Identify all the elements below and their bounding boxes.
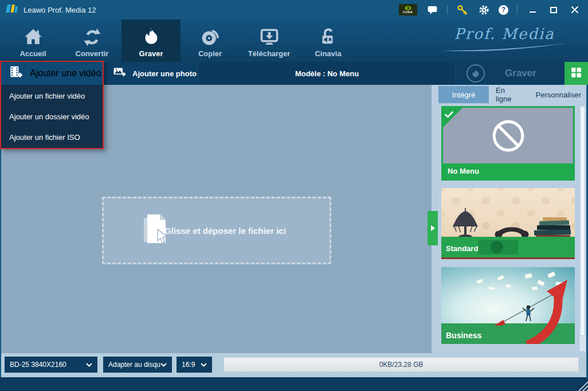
- template-card-business[interactable]: Business: [441, 267, 575, 344]
- panel-scrollbar[interactable]: [579, 105, 586, 352]
- close-button[interactable]: [569, 3, 581, 16]
- template-card-standard[interactable]: Standard: [441, 188, 575, 259]
- template-name: No Menu: [443, 163, 573, 179]
- download-icon: [258, 24, 280, 48]
- capacity-progressbar: 0KB/23.28 GB: [224, 357, 579, 372]
- add-photo-label: Ajouter une photo: [132, 69, 197, 78]
- add-photo-button[interactable]: Ajouter une photo: [103, 62, 198, 85]
- add-photo-icon: [112, 65, 127, 81]
- fit-to-disc-dropdown[interactable]: Adapter au disqu: [103, 357, 172, 373]
- burn-flame-icon: [141, 24, 162, 48]
- titlebar-separator: [517, 5, 518, 14]
- settings-gear-icon[interactable]: [477, 3, 490, 16]
- nav-tab-telecharger[interactable]: Télécharger: [240, 19, 299, 62]
- nav-tab-label: Télécharger: [248, 49, 291, 58]
- disc-format-value: BD-25 3840X2160: [10, 361, 66, 369]
- nav-tab-copier[interactable]: Copier: [181, 19, 240, 62]
- maximize-button[interactable]: [547, 3, 560, 16]
- burn-flame-circle-icon: [467, 64, 485, 83]
- menu-item-add-iso-file[interactable]: Ajouter un fichier ISO: [1, 127, 103, 148]
- add-video-button[interactable]: Ajouter une vidéo: [1, 62, 103, 85]
- aspect-ratio-value: 16:9: [182, 361, 195, 369]
- chevron-down-icon: [86, 363, 92, 367]
- brand-swoosh: [438, 42, 570, 53]
- add-video-label: Ajouter une vidéo: [30, 68, 101, 79]
- tab-en-ligne[interactable]: En ligne: [489, 86, 529, 103]
- statusbar: [0, 377, 588, 391]
- disc-format-dropdown[interactable]: BD-25 3840X2160: [5, 357, 97, 373]
- grid-icon: [571, 67, 582, 80]
- nav-tab-label: Convertir: [76, 49, 109, 58]
- camera-lens-silhouette: [491, 241, 503, 253]
- home-icon: [22, 24, 44, 48]
- nav-tab-label: Copier: [198, 49, 222, 58]
- capacity-text: 0KB/23.28 GB: [379, 361, 424, 369]
- nav-tab-convertir[interactable]: Convertir: [62, 19, 121, 62]
- template-name: Business: [446, 331, 481, 340]
- nav-tab-label: Graver: [139, 49, 163, 58]
- burn-button-label: Graver: [485, 68, 565, 79]
- chevron-down-icon: [160, 363, 167, 367]
- no-menu-preview: [443, 108, 573, 163]
- app-logo-icon: [6, 3, 18, 16]
- nav-tab-accueil[interactable]: Accueil: [3, 19, 62, 62]
- template-panel-tabs: Intégré En ligne Personnaliser: [432, 86, 588, 103]
- template-name: Standard: [446, 244, 478, 253]
- brand-text: Prof. Media: [436, 25, 573, 42]
- menu-item-add-video-file[interactable]: Ajouter un fichier vidéo: [1, 86, 103, 107]
- template-card-no-menu[interactable]: No Menu: [441, 106, 575, 181]
- register-key-icon[interactable]: [456, 3, 469, 16]
- menu-item-add-video-folder[interactable]: Ajouter un dossier vidéo: [1, 107, 103, 127]
- resize-grip[interactable]: [578, 381, 588, 391]
- no-symbol-icon: [491, 119, 526, 153]
- window-title: Leawo Prof. Media 12: [23, 6, 96, 14]
- chevron-right-icon: [431, 225, 435, 231]
- drop-file-cursor-icon: [140, 213, 173, 251]
- add-video-dropdown-menu: Ajouter un fichier vidéo Ajouter un doss…: [1, 85, 103, 148]
- cinavia-unlock-icon: [318, 24, 339, 48]
- bottom-settings-bar: BD-25 3840X2160 Adapter au disqu 16:9 0K…: [0, 353, 588, 377]
- main-nav: Accueil Convertir Graver Copier Téléchar…: [0, 19, 588, 62]
- brand-logo: Prof. Media: [436, 25, 573, 55]
- scrollbar-thumb[interactable]: [580, 107, 585, 336]
- template-panel: Intégré En ligne Personnaliser No Menu: [432, 85, 588, 353]
- nav-tab-cinavia[interactable]: Cinavia: [299, 19, 358, 62]
- help-icon[interactable]: ?: [499, 5, 508, 15]
- app-window: Leawo Prof. Media 12 CUDA ?: [0, 0, 588, 391]
- nav-tab-label: Accueil: [19, 49, 46, 58]
- template-status-label: Modèle : No Menu: [295, 69, 359, 78]
- burn-action-area[interactable]: Graver: [456, 62, 565, 85]
- minimize-button[interactable]: [526, 3, 539, 16]
- copy-disc-icon: [199, 24, 221, 48]
- tab-personnaliser[interactable]: Personnaliser: [529, 86, 588, 103]
- tab-integre[interactable]: Intégré: [438, 86, 489, 103]
- aspect-ratio-dropdown[interactable]: 16:9: [177, 357, 212, 373]
- add-video-menu-highlight: Ajouter une vidéo Ajouter un fichier vid…: [0, 61, 104, 149]
- chevron-down-icon: [201, 363, 207, 367]
- panel-collapse-handle[interactable]: [428, 211, 438, 245]
- cuda-badge[interactable]: CUDA: [399, 4, 417, 15]
- feedback-icon[interactable]: [426, 3, 438, 16]
- template-grid-button[interactable]: [565, 62, 588, 85]
- check-icon: [445, 110, 453, 120]
- nav-tab-graver[interactable]: Graver: [121, 19, 181, 62]
- file-dropzone[interactable]: Glisse et déposer le fichier ici: [102, 197, 331, 264]
- add-video-icon: [8, 65, 23, 82]
- titlebar-separator: [447, 5, 448, 14]
- titlebar: Leawo Prof. Media 12 CUDA ?: [0, 0, 588, 19]
- convert-icon: [81, 24, 103, 48]
- fit-to-disc-value: Adapter au disqu: [108, 361, 160, 369]
- nav-tab-label: Cinavia: [315, 49, 341, 58]
- template-status: Modèle : No Menu: [198, 62, 456, 85]
